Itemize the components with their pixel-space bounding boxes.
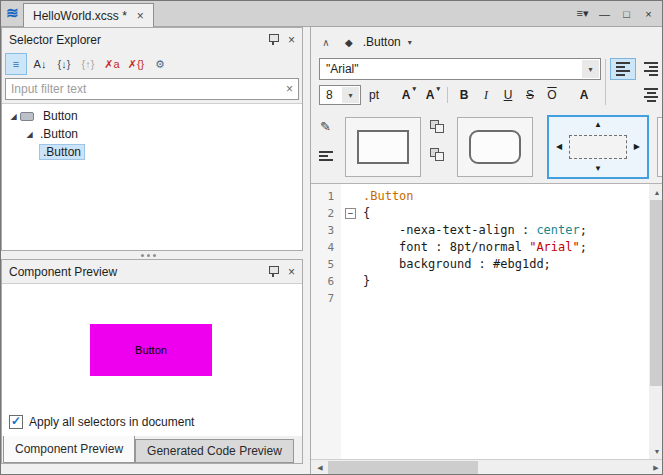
expand-rules-icon[interactable]: {↓}	[53, 53, 75, 75]
filter-box: ×	[5, 78, 299, 100]
tree-expander-icon[interactable]: ◢	[23, 130, 36, 139]
code-line[interactable]: .Button	[341, 188, 649, 205]
arrow-left-icon: ◀	[556, 143, 562, 151]
selector-explorer-panel: Selector Explorer × ≡A↓{↓}{↑}✗a✗{}⚙ × ◢B…	[1, 27, 303, 251]
scrollbar-up-icon[interactable]: ▲	[649, 184, 663, 200]
unit-label: pt	[369, 88, 379, 102]
scrollbar-left-icon[interactable]: ◀	[312, 460, 328, 475]
window-menu-icon[interactable]: ≡▾	[573, 5, 592, 22]
tree-item-label[interactable]: .Button	[36, 126, 82, 142]
scrollbar-thumb[interactable]	[650, 200, 663, 386]
style-rules-icon[interactable]: ≡	[5, 53, 27, 75]
italic-button[interactable]: I	[476, 85, 496, 105]
scrollbar-thumb[interactable]	[328, 461, 478, 475]
code-token: center	[536, 223, 579, 237]
line-number: 4	[311, 239, 341, 256]
collapse-rules-icon[interactable]: {↑}	[77, 53, 99, 75]
selector-explorer-titlebar: Selector Explorer ×	[2, 28, 302, 51]
tree-item-label[interactable]: Button	[39, 108, 82, 124]
arrow-right-icon: ▶	[634, 143, 640, 151]
filter-input[interactable]	[5, 78, 299, 100]
align-center-button[interactable]	[638, 84, 663, 106]
up-triangle-icon: ▾	[412, 85, 416, 93]
style-preset-rounded[interactable]	[457, 117, 533, 177]
shrink-font-button[interactable]: A ▾	[419, 85, 441, 105]
selector-tree: ◢Button◢.Button.Button	[2, 103, 302, 250]
chevron-down-icon: ▾	[408, 38, 412, 47]
tree-expander-icon[interactable]: ◢	[7, 112, 20, 121]
code-line[interactable]	[341, 290, 649, 307]
horizontal-scrollbar[interactable]: ◀ ▶	[311, 459, 663, 475]
code-text[interactable]: .Button−{ -nexa-text-align : center; fon…	[341, 184, 649, 459]
style-editor-pane: ∧ ◆ .Button ▾ "Arial" ▾ 8 ▾ pt	[310, 27, 663, 475]
minimize-button[interactable]: —	[595, 5, 614, 22]
line-number: 5	[311, 256, 341, 273]
maximize-button[interactable]: □	[617, 5, 636, 22]
font-size-combobox[interactable]: 8 ▾	[319, 85, 361, 105]
format-buttons: BIUSOA	[454, 85, 594, 105]
apply-selectors-checkbox[interactable]: ✓	[9, 415, 23, 429]
align-center-icon	[644, 88, 658, 102]
code-line[interactable]: background : #ebg1dd;	[341, 256, 649, 273]
grow-font-button[interactable]: A ▾	[395, 85, 417, 105]
chevron-down-icon[interactable]: ▾	[342, 87, 359, 103]
delete-selector-icon: ✗a	[104, 58, 119, 71]
font-color-button[interactable]: A	[574, 85, 594, 105]
style-preset-stretch-selected[interactable]: ▲ ▼ ◀ ▶	[547, 115, 649, 179]
delete-rule-icon[interactable]: ✗{}	[125, 53, 147, 75]
vertical-scrollbar[interactable]: ▲ ▼	[649, 183, 663, 459]
tree-item[interactable]: .Button	[2, 143, 302, 161]
tree-item[interactable]: ◢Button	[2, 107, 302, 125]
selector-dropdown[interactable]: .Button ▾	[363, 35, 412, 49]
underline-button[interactable]: U	[498, 85, 518, 105]
horizontal-splitter[interactable]	[1, 251, 303, 259]
sort-alpha-icon[interactable]: A↓	[29, 53, 51, 75]
bold-button[interactable]: B	[454, 85, 474, 105]
style-preset-partial[interactable]: ◀	[657, 117, 663, 177]
code-line[interactable]: −{	[341, 205, 649, 222]
edit-pen-icon[interactable]: ✎	[320, 119, 331, 134]
code-token: }	[363, 274, 370, 288]
code-line[interactable]: font : 8pt/normal "Arial";	[341, 239, 649, 256]
text-lines-icon[interactable]	[319, 151, 333, 161]
preview-button[interactable]: Button	[90, 324, 212, 376]
pin-icon[interactable]	[268, 265, 279, 278]
tree-item-label[interactable]: .Button	[39, 144, 85, 160]
document-tab[interactable]: HelloWorld.xcss * ×	[23, 3, 154, 27]
selector-dropdown-value: .Button	[363, 35, 401, 49]
code-line[interactable]: -nexa-text-align : center;	[341, 222, 649, 239]
component-preview-titlebar: Component Preview ×	[2, 260, 302, 283]
strikethrough-button[interactable]: S	[520, 85, 540, 105]
bring-forward-icon[interactable]	[430, 120, 446, 134]
close-panel-icon[interactable]: ×	[288, 266, 295, 278]
checkmark-icon: ✓	[11, 414, 21, 428]
tree-item[interactable]: ◢.Button	[2, 125, 302, 143]
separator	[447, 87, 448, 103]
settings-gear-icon[interactable]: ⚙	[149, 53, 171, 75]
close-panel-icon[interactable]: ×	[288, 34, 295, 46]
fold-collapse-icon[interactable]: −	[345, 208, 356, 219]
align-left-button[interactable]	[610, 58, 636, 80]
vertical-splitter[interactable]	[303, 27, 310, 475]
send-backward-icon[interactable]	[430, 148, 446, 162]
align-right-button[interactable]	[638, 58, 663, 80]
pin-icon[interactable]	[268, 33, 279, 46]
code-line[interactable]: }	[341, 273, 649, 290]
chevron-down-icon[interactable]: ▾	[582, 60, 599, 78]
tab-component-preview[interactable]: Component Preview	[3, 436, 135, 463]
component-preview-panel: Component Preview × Button ✓ Apply all s…	[1, 259, 303, 464]
scrollbar-down-icon[interactable]: ▼	[649, 443, 663, 459]
grow-font-label: A	[402, 88, 411, 102]
code-editor[interactable]: 1234567 .Button−{ -nexa-text-align : cen…	[311, 183, 649, 459]
delete-selector-icon[interactable]: ✗a	[101, 53, 123, 75]
scrollbar-right-icon[interactable]: ▶	[648, 460, 663, 475]
close-button[interactable]: ×	[639, 5, 658, 22]
font-family-value: "Arial"	[326, 62, 359, 76]
overline-button[interactable]: O	[542, 85, 562, 105]
style-preset-rectangle[interactable]	[345, 117, 421, 177]
tab-generated-code-preview[interactable]: Generated Code Preview	[135, 439, 294, 463]
font-family-combobox[interactable]: "Arial" ▾	[319, 58, 601, 80]
scroll-up-icon[interactable]: ∧	[317, 33, 335, 51]
clear-filter-icon[interactable]: ×	[286, 82, 293, 96]
tab-close-icon[interactable]: ×	[137, 10, 144, 22]
